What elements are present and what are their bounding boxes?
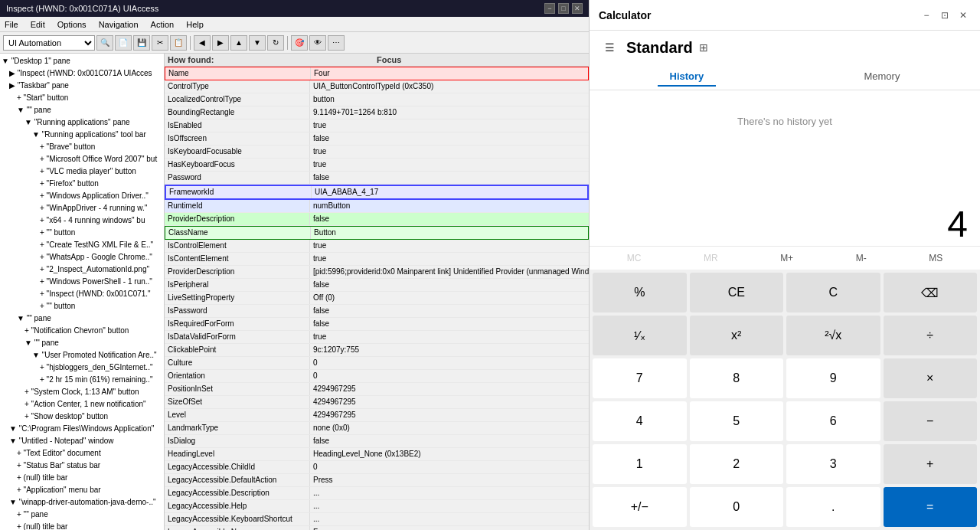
property-row[interactable]: Level4294967295 xyxy=(165,409,589,422)
calc-button-7[interactable]: 7 xyxy=(593,358,687,398)
calc-button--[interactable]: = xyxy=(884,487,978,527)
property-row[interactable]: IsEnabledtrue xyxy=(165,119,589,132)
property-row[interactable]: LocalizedControlTypebutton xyxy=(165,93,589,106)
tree-item[interactable]: + "Inspect (HWND: 0x001C071." xyxy=(2,288,162,300)
property-row[interactable]: LandmarkTypenone (0x0) xyxy=(165,422,589,435)
property-row[interactable]: IsOffscreenfalse xyxy=(165,132,589,146)
calc-button--[interactable]: × xyxy=(884,358,978,398)
calc-button-5[interactable]: 5 xyxy=(690,401,784,441)
menu-options[interactable]: Options xyxy=(56,20,88,29)
property-row[interactable]: HeadingLevelHeadingLevel_None (0x13BE2) xyxy=(165,448,589,461)
tree-item[interactable]: ▼ "Desktop 1" pane xyxy=(2,55,162,67)
calc-button-6[interactable]: 6 xyxy=(786,401,880,441)
calc-close-button[interactable]: ✕ xyxy=(956,8,971,23)
calc-maximize-button[interactable]: ⊡ xyxy=(937,8,952,23)
property-row[interactable]: IsRequiredForFormfalse xyxy=(165,318,589,331)
property-row[interactable]: ClickablePoint9c:1207y:755 xyxy=(165,344,589,357)
tree-item[interactable]: ▼ "User Promoted Notification Are.." xyxy=(2,349,162,362)
calc-button--[interactable]: − xyxy=(884,401,978,441)
tree-item[interactable]: + "Windows Application Driver.." xyxy=(2,190,162,202)
tb-nav-back[interactable]: ◀ xyxy=(194,35,211,51)
tree-item[interactable]: + "Show desktop" button xyxy=(2,411,162,423)
calc-button-2[interactable]: 2 xyxy=(690,444,784,484)
calc-button-0[interactable]: 0 xyxy=(690,487,784,527)
property-row[interactable]: IsDataValidForFormtrue xyxy=(165,331,589,344)
tree-item[interactable]: + "Windows PowerShell - 1 run.." xyxy=(2,276,162,288)
calc-button-1[interactable]: 1 xyxy=(593,444,687,484)
property-row[interactable]: IsPeripheralfalse xyxy=(165,279,589,292)
calc-button-8[interactable]: 8 xyxy=(690,358,784,398)
tab-memory[interactable]: Memory xyxy=(851,67,912,87)
property-row[interactable]: HasKeyboardFocustrue xyxy=(165,159,589,172)
property-row[interactable]: ProviderDescriptionfalse xyxy=(165,213,589,226)
property-row[interactable]: Orientation0 xyxy=(165,370,589,383)
tree-item[interactable]: + (null) title bar xyxy=(2,521,162,530)
property-row[interactable]: Passwordfalse xyxy=(165,172,589,185)
properties-scroll[interactable]: NameFourControlTypeUIA_ButtonControlType… xyxy=(165,67,589,530)
tb-nav-fwd[interactable]: ▶ xyxy=(212,35,229,51)
tree-item[interactable]: ▼ "C:\Program Files\Windows Application" xyxy=(2,423,162,435)
mminus-button[interactable]: M- xyxy=(850,250,873,267)
calc-button-x-[interactable]: x² xyxy=(690,316,784,355)
tree-item[interactable]: + "Start" button xyxy=(2,92,162,104)
property-row[interactable]: Culture0 xyxy=(165,357,589,370)
menu-action[interactable]: Action xyxy=(149,20,176,29)
calc-button--[interactable]: + xyxy=(884,444,978,484)
tree-item[interactable]: + "" button xyxy=(2,300,162,312)
property-row[interactable]: LegacyAccessible.ChildId0 xyxy=(165,461,589,474)
property-row[interactable]: IsDialogfalse xyxy=(165,435,589,448)
tb-more[interactable]: ⋯ xyxy=(328,35,345,51)
tree-item[interactable]: + "Action Center, 1 new notification" xyxy=(2,398,162,411)
tree-item[interactable]: + "Microsoft Office Word 2007" but xyxy=(2,153,162,165)
tree-item[interactable]: ▼ "Running applications" pane xyxy=(2,116,162,129)
tree-item[interactable]: + "" pane xyxy=(2,509,162,521)
calc-button-9[interactable]: 9 xyxy=(786,358,880,398)
calc-button----[interactable]: +/− xyxy=(593,487,687,527)
calc-button--[interactable]: ⌫ xyxy=(884,273,978,312)
close-button[interactable]: ✕ xyxy=(572,3,583,14)
mc-button[interactable]: MC xyxy=(621,250,648,267)
calc-button---x[interactable]: ²√x xyxy=(786,316,880,355)
tree-item[interactable]: + "2 hr 15 min (61%) remaining.." xyxy=(2,374,162,386)
property-row[interactable]: IsPasswordfalse xyxy=(165,305,589,318)
calc-button-3[interactable]: 3 xyxy=(786,444,880,484)
tree-pane[interactable]: ▼ "Desktop 1" pane▶ "Inspect (HWND: 0x00… xyxy=(0,54,165,530)
tb-btn-2[interactable]: 📄 xyxy=(115,35,132,51)
tree-item[interactable]: + "Text Editor" document xyxy=(2,447,162,460)
tree-item[interactable]: ▼ "winapp-driver-automation-java-demo-..… xyxy=(2,496,162,509)
property-row[interactable]: ControlTypeUIA_ButtonControlTypeId (0xC3… xyxy=(165,80,589,93)
tree-item[interactable]: ▼ "" pane xyxy=(2,104,162,116)
tree-item[interactable]: + "Create TestNG XML File & E.." xyxy=(2,239,162,251)
calc-button--[interactable]: % xyxy=(593,273,687,312)
property-row[interactable]: ClassNameButton xyxy=(165,226,589,240)
property-row[interactable]: PositionInSet4294967295 xyxy=(165,383,589,396)
calc-button--[interactable]: . xyxy=(786,487,880,527)
tb-btn-4[interactable]: ✂ xyxy=(152,35,168,51)
menu-file[interactable]: File xyxy=(3,20,20,29)
property-row[interactable]: SizeOfSet4294967295 xyxy=(165,396,589,409)
tree-item[interactable]: + "WhatsApp - Google Chrome.." xyxy=(2,251,162,263)
calc-button-C[interactable]: C xyxy=(786,273,880,312)
tb-watch[interactable]: 👁 xyxy=(309,35,326,51)
tree-item[interactable]: + (null) title bar xyxy=(2,472,162,484)
tree-item[interactable]: + "WinAppDriver - 4 running w." xyxy=(2,202,162,214)
tb-nav-down[interactable]: ▼ xyxy=(249,35,266,51)
property-row[interactable]: IsContentElementtrue xyxy=(165,253,589,266)
calc-mode-icon[interactable]: ⊞ xyxy=(699,41,708,54)
menu-edit[interactable]: Edit xyxy=(29,20,47,29)
maximize-button[interactable]: □ xyxy=(558,3,569,14)
property-row[interactable]: LegacyAccessible.Help... xyxy=(165,500,589,513)
tree-item[interactable]: + "Notification Chevron" button xyxy=(2,325,162,337)
tree-item[interactable]: + "hjsbloggers_den_5GInternet.." xyxy=(2,362,162,374)
ms-button[interactable]: MS xyxy=(923,250,949,267)
tree-item[interactable]: + "VLC media player" button xyxy=(2,165,162,178)
tree-item[interactable]: + "2_Inspect_AutomationId.png" xyxy=(2,263,162,276)
property-row[interactable]: IsControlElementtrue xyxy=(165,240,589,253)
property-row[interactable]: FrameworkIdUIA_ABABA_4_17 xyxy=(165,185,589,200)
tree-item[interactable]: + "Firefox" button xyxy=(2,178,162,190)
mr-button[interactable]: MR xyxy=(697,250,724,267)
property-row[interactable]: LegacyAccessible.KeyboardShortcut... xyxy=(165,513,589,526)
calc-button-CE[interactable]: CE xyxy=(690,273,784,312)
property-row[interactable]: NameFour xyxy=(165,67,589,80)
calc-button--[interactable]: ÷ xyxy=(884,316,978,355)
